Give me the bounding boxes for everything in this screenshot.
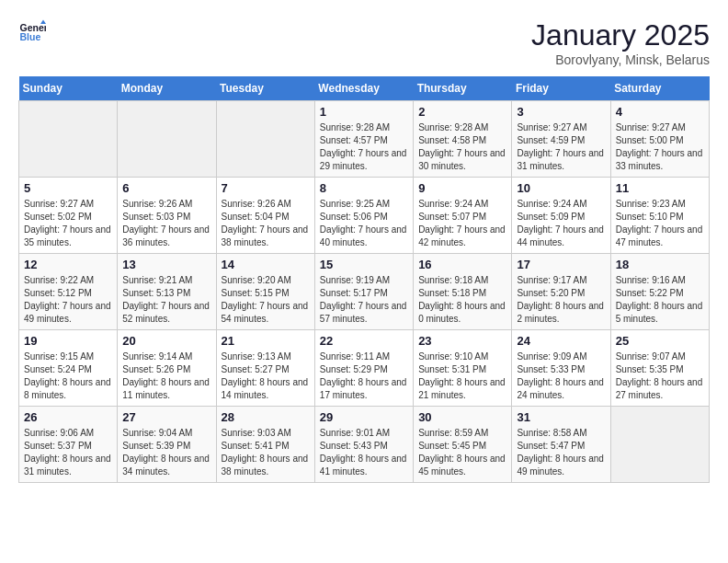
day-number: 9 (418, 181, 506, 195)
day-number: 19 (24, 334, 112, 348)
day-number: 15 (320, 258, 408, 271)
calendar-cell: 9Sunrise: 9:24 AM Sunset: 5:07 PM Daylig… (414, 178, 512, 254)
day-info: Sunrise: 9:24 AM Sunset: 5:09 PM Dayligh… (517, 198, 605, 249)
day-info: Sunrise: 9:11 AM Sunset: 5:29 PM Dayligh… (320, 350, 408, 402)
day-number: 6 (122, 181, 210, 195)
day-number: 7 (222, 181, 310, 195)
calendar-week-5: 26Sunrise: 9:06 AM Sunset: 5:37 PM Dayli… (19, 407, 710, 483)
calendar-cell: 19Sunrise: 9:15 AM Sunset: 5:24 PM Dayli… (19, 330, 118, 407)
calendar-header-row: SundayMondayTuesdayWednesdayThursdayFrid… (19, 76, 710, 101)
day-info: Sunrise: 9:15 AM Sunset: 5:24 PM Dayligh… (24, 350, 112, 402)
day-number: 14 (222, 258, 310, 271)
calendar-cell: 26Sunrise: 9:06 AM Sunset: 5:37 PM Dayli… (19, 407, 118, 483)
day-number: 13 (122, 258, 210, 271)
calendar-cell (610, 407, 709, 483)
calendar-cell: 10Sunrise: 9:24 AM Sunset: 5:09 PM Dayli… (512, 178, 610, 254)
day-info: Sunrise: 9:26 AM Sunset: 5:04 PM Dayligh… (222, 198, 310, 249)
page-header: General Blue January 2025 Borovlyany, Mi… (18, 18, 710, 67)
calendar-cell (216, 101, 314, 178)
day-number: 12 (24, 258, 112, 271)
calendar-cell: 15Sunrise: 9:19 AM Sunset: 5:17 PM Dayli… (314, 254, 413, 330)
calendar-cell (19, 101, 118, 178)
day-number: 11 (616, 181, 704, 195)
day-number: 2 (418, 105, 506, 119)
day-info: Sunrise: 9:26 AM Sunset: 5:03 PM Dayligh… (122, 198, 210, 249)
day-number: 4 (616, 105, 704, 119)
day-header-monday: Monday (118, 76, 216, 101)
calendar-cell: 4Sunrise: 9:27 AM Sunset: 5:00 PM Daylig… (610, 101, 709, 178)
calendar-cell: 14Sunrise: 9:20 AM Sunset: 5:15 PM Dayli… (216, 254, 314, 330)
calendar-cell: 31Sunrise: 8:58 AM Sunset: 5:47 PM Dayli… (512, 407, 610, 483)
day-info: Sunrise: 9:14 AM Sunset: 5:26 PM Dayligh… (122, 350, 210, 402)
calendar-cell: 6Sunrise: 9:26 AM Sunset: 5:03 PM Daylig… (118, 178, 216, 254)
calendar-cell: 17Sunrise: 9:17 AM Sunset: 5:20 PM Dayli… (512, 254, 610, 330)
day-number: 16 (418, 258, 506, 271)
day-header-tuesday: Tuesday (216, 76, 314, 101)
day-header-thursday: Thursday (414, 76, 512, 101)
calendar-cell: 20Sunrise: 9:14 AM Sunset: 5:26 PM Dayli… (118, 330, 216, 407)
day-number: 1 (320, 105, 408, 119)
day-info: Sunrise: 9:19 AM Sunset: 5:17 PM Dayligh… (320, 274, 408, 326)
calendar-week-2: 5Sunrise: 9:27 AM Sunset: 5:02 PM Daylig… (19, 178, 710, 254)
day-number: 31 (517, 410, 605, 424)
day-number: 21 (222, 334, 310, 348)
day-info: Sunrise: 9:01 AM Sunset: 5:43 PM Dayligh… (320, 427, 408, 478)
svg-text:Blue: Blue (20, 31, 41, 42)
day-info: Sunrise: 9:28 AM Sunset: 4:58 PM Dayligh… (418, 121, 506, 173)
day-info: Sunrise: 9:16 AM Sunset: 5:22 PM Dayligh… (616, 274, 704, 326)
day-info: Sunrise: 9:04 AM Sunset: 5:39 PM Dayligh… (122, 427, 210, 478)
calendar-cell: 5Sunrise: 9:27 AM Sunset: 5:02 PM Daylig… (19, 178, 118, 254)
day-info: Sunrise: 9:21 AM Sunset: 5:13 PM Dayligh… (122, 274, 210, 326)
day-number: 5 (24, 181, 112, 195)
day-info: Sunrise: 9:22 AM Sunset: 5:12 PM Dayligh… (24, 274, 112, 326)
day-info: Sunrise: 9:27 AM Sunset: 5:00 PM Dayligh… (616, 121, 704, 173)
day-info: Sunrise: 9:20 AM Sunset: 5:15 PM Dayligh… (222, 274, 310, 326)
calendar-title: January 2025 (531, 18, 710, 52)
day-info: Sunrise: 9:03 AM Sunset: 5:41 PM Dayligh… (222, 427, 310, 478)
day-info: Sunrise: 9:25 AM Sunset: 5:06 PM Dayligh… (320, 198, 408, 249)
calendar-cell: 3Sunrise: 9:27 AM Sunset: 4:59 PM Daylig… (512, 101, 610, 178)
day-number: 25 (616, 334, 704, 348)
day-number: 27 (122, 410, 210, 424)
day-number: 28 (222, 410, 310, 424)
day-number: 22 (320, 334, 408, 348)
day-info: Sunrise: 9:13 AM Sunset: 5:27 PM Dayligh… (222, 350, 310, 402)
day-info: Sunrise: 9:23 AM Sunset: 5:10 PM Dayligh… (616, 198, 704, 249)
calendar-cell: 22Sunrise: 9:11 AM Sunset: 5:29 PM Dayli… (314, 330, 413, 407)
calendar-cell: 1Sunrise: 9:28 AM Sunset: 4:57 PM Daylig… (314, 101, 413, 178)
calendar-cell: 7Sunrise: 9:26 AM Sunset: 5:04 PM Daylig… (216, 178, 314, 254)
day-info: Sunrise: 8:58 AM Sunset: 5:47 PM Dayligh… (517, 427, 605, 478)
calendar-week-1: 1Sunrise: 9:28 AM Sunset: 4:57 PM Daylig… (19, 101, 710, 178)
calendar-cell: 27Sunrise: 9:04 AM Sunset: 5:39 PM Dayli… (118, 407, 216, 483)
day-number: 10 (517, 181, 605, 195)
day-info: Sunrise: 9:09 AM Sunset: 5:33 PM Dayligh… (517, 350, 605, 402)
logo-icon: General Blue (18, 18, 46, 46)
calendar-cell: 21Sunrise: 9:13 AM Sunset: 5:27 PM Dayli… (216, 330, 314, 407)
calendar-cell: 2Sunrise: 9:28 AM Sunset: 4:58 PM Daylig… (414, 101, 512, 178)
title-area: January 2025 Borovlyany, Minsk, Belarus (531, 18, 710, 67)
calendar-cell (118, 101, 216, 178)
calendar-cell: 11Sunrise: 9:23 AM Sunset: 5:10 PM Dayli… (610, 178, 709, 254)
day-info: Sunrise: 9:17 AM Sunset: 5:20 PM Dayligh… (517, 274, 605, 326)
day-number: 26 (24, 410, 112, 424)
calendar-week-4: 19Sunrise: 9:15 AM Sunset: 5:24 PM Dayli… (19, 330, 710, 407)
day-info: Sunrise: 9:10 AM Sunset: 5:31 PM Dayligh… (418, 350, 506, 402)
calendar-cell: 30Sunrise: 8:59 AM Sunset: 5:45 PM Dayli… (414, 407, 512, 483)
day-info: Sunrise: 9:27 AM Sunset: 5:02 PM Dayligh… (24, 198, 112, 249)
day-info: Sunrise: 9:18 AM Sunset: 5:18 PM Dayligh… (418, 274, 506, 326)
day-number: 30 (418, 410, 506, 424)
calendar-body: 1Sunrise: 9:28 AM Sunset: 4:57 PM Daylig… (19, 101, 710, 483)
day-info: Sunrise: 9:28 AM Sunset: 4:57 PM Dayligh… (320, 121, 408, 173)
day-number: 17 (517, 258, 605, 271)
day-header-wednesday: Wednesday (314, 76, 413, 101)
calendar-cell: 13Sunrise: 9:21 AM Sunset: 5:13 PM Dayli… (118, 254, 216, 330)
day-info: Sunrise: 9:24 AM Sunset: 5:07 PM Dayligh… (418, 198, 506, 249)
day-number: 8 (320, 181, 408, 195)
calendar-cell: 28Sunrise: 9:03 AM Sunset: 5:41 PM Dayli… (216, 407, 314, 483)
calendar-cell: 29Sunrise: 9:01 AM Sunset: 5:43 PM Dayli… (314, 407, 413, 483)
calendar-week-3: 12Sunrise: 9:22 AM Sunset: 5:12 PM Dayli… (19, 254, 710, 330)
calendar-cell: 18Sunrise: 9:16 AM Sunset: 5:22 PM Dayli… (610, 254, 709, 330)
calendar-cell: 8Sunrise: 9:25 AM Sunset: 5:06 PM Daylig… (314, 178, 413, 254)
day-number: 24 (517, 334, 605, 348)
calendar-cell: 23Sunrise: 9:10 AM Sunset: 5:31 PM Dayli… (414, 330, 512, 407)
